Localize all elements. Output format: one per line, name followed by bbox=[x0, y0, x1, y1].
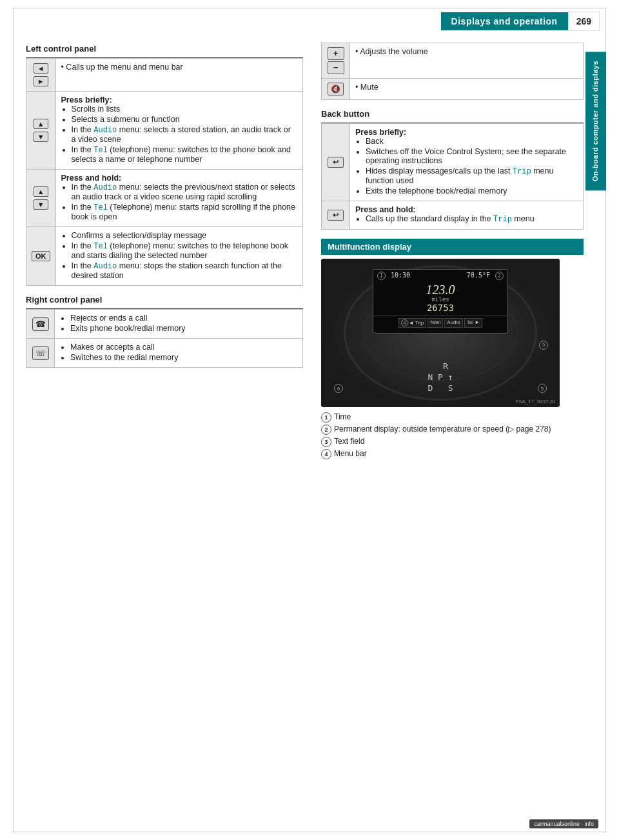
audio-label2: Audio bbox=[93, 183, 117, 192]
marker-5: 5 bbox=[538, 384, 547, 393]
desc-cell-ok: Confirms a selection/display message In … bbox=[55, 227, 303, 286]
audio-label3: Audio bbox=[93, 262, 117, 271]
mfd-menu-bar: 4 ◄ Trip Navi Audio Tel ► bbox=[373, 315, 507, 330]
mfd-time-temp-row: 1 10:30 70.5°F 2 bbox=[373, 270, 507, 282]
trip-label2: Trip bbox=[493, 215, 512, 224]
icon-cell-ok: OK bbox=[26, 227, 56, 286]
icon-cell-phone-end: ☎ bbox=[26, 310, 55, 339]
volume-table: + − • Adjusts the volume 🔇 • Mute bbox=[321, 43, 584, 100]
up-arrow-icon: ▲ bbox=[34, 119, 48, 129]
volume-icons: + − bbox=[327, 47, 344, 74]
mfd-gear-indicator: R N P ↑ D S bbox=[427, 361, 453, 394]
mfd-annotation-4: 4 Menu bar bbox=[321, 449, 584, 459]
table-row: ☎ Rejects or ends a call Exits phone boo… bbox=[26, 310, 303, 339]
mfd-image-caption: FSA_17_9637-31 bbox=[515, 399, 556, 405]
table-row: ▲ ▼ Press briefly: Scrolls in lists Sele… bbox=[26, 92, 303, 170]
right-arrow-icon: ► bbox=[34, 76, 48, 86]
icon-cell-ud-brief: ▲ ▼ bbox=[26, 92, 56, 170]
website-badge: carmanualsonline · info bbox=[529, 819, 598, 828]
list-item: Back bbox=[366, 137, 578, 146]
desc-cell-back-hold: Press and hold: Calls up the standard di… bbox=[350, 201, 584, 230]
marker-2: 2 bbox=[495, 272, 504, 280]
annotation-text-1: Time bbox=[334, 412, 351, 421]
gear-np: N P ↑ bbox=[427, 372, 453, 383]
desc-cell-volume: • Adjusts the volume bbox=[350, 43, 584, 79]
left-arrow-icon: ◄ bbox=[34, 63, 48, 74]
right-column: + − • Adjusts the volume 🔇 • Mute Back b… bbox=[321, 43, 584, 461]
annotation-marker-4: 4 bbox=[321, 449, 331, 459]
mfd-temp-area: 70.5°F 2 bbox=[467, 272, 504, 280]
icon-cell-mute: 🔇 bbox=[322, 79, 350, 100]
list-item: Scrolls in lists bbox=[72, 105, 298, 114]
press-briefly-list: Scrolls in lists Selects a submenu or fu… bbox=[61, 105, 298, 164]
list-item: Calls up the standard display in the Tri… bbox=[366, 214, 578, 224]
mfd-odometer-value: 26753 bbox=[373, 303, 507, 313]
list-item: In the Audio menu: selects a stored stat… bbox=[72, 125, 298, 144]
list-item: Switches to the redial memory bbox=[70, 353, 297, 362]
desc-cell-press-hold: Press and hold: In the Audio menu: selec… bbox=[55, 170, 303, 227]
list-item: Rejects or ends a call bbox=[70, 314, 297, 323]
back-button-heading: Back button bbox=[321, 109, 584, 119]
marker-4: 4 bbox=[401, 319, 408, 326]
page-border-top bbox=[13, 8, 606, 8]
back-hold-icon: ↩ bbox=[328, 210, 344, 221]
list-item: Makes or accepts a call bbox=[70, 343, 297, 352]
mfd-annotation-3: 3 Text field bbox=[321, 437, 584, 447]
list-item: In the Audio menu: selects the previous/… bbox=[72, 183, 298, 201]
mfd-annotation-2: 2 Permanent display: outside temperature… bbox=[321, 425, 584, 435]
arrow-ud-hold-icons: ▲ ▼ bbox=[32, 186, 50, 210]
icon-cell-arrows-lr: ◄ ► bbox=[26, 59, 56, 92]
mfd-circle-1: 1 10:30 bbox=[377, 272, 410, 280]
mfd-temp: 70.5°F bbox=[467, 272, 490, 279]
annotation-text-4: Menu bar bbox=[334, 449, 367, 458]
mfd-image: 1 10:30 70.5°F 2 123.0 miles bbox=[321, 259, 560, 407]
audio-label: Audio bbox=[93, 126, 117, 135]
tel-label: Tel bbox=[93, 146, 108, 155]
phone-end-icon: ☎ bbox=[32, 317, 49, 331]
desc-cell-phone-end: Rejects or ends a call Exits phone book/… bbox=[55, 310, 303, 339]
mfd-menu-tel: Tel ► bbox=[464, 318, 482, 328]
side-tab: On-board computer and displays bbox=[585, 52, 606, 190]
icon-cell-volume: + − bbox=[322, 43, 350, 79]
list-item: Exits phone book/redial memory bbox=[70, 324, 297, 333]
tel-label2: Tel bbox=[93, 203, 108, 212]
gear-d: D S bbox=[427, 383, 453, 394]
right-panel-heading: Right control panel bbox=[26, 295, 303, 305]
table-row: ↩ Press briefly: Back Switches off the V… bbox=[322, 124, 584, 201]
gear-r: R bbox=[427, 361, 453, 372]
mfd-time: 10:30 bbox=[391, 272, 410, 279]
arrow-ud-icons: ▲ ▼ bbox=[32, 118, 50, 143]
list-item: In the Audio menu: stops the station sea… bbox=[72, 261, 298, 280]
mfd-annotation-1: 1 Time bbox=[321, 412, 584, 423]
annotation-marker-1: 1 bbox=[321, 412, 331, 423]
phone-end-list: Rejects or ends a call Exits phone book/… bbox=[60, 314, 297, 333]
left-column: Left control panel ◄ ► • Calls up the me… bbox=[26, 43, 303, 461]
desc-cell-phone-accept: Makes or accepts a call Switches to the … bbox=[55, 339, 303, 368]
header-title-area: Displays and operation 269 bbox=[441, 12, 600, 31]
table-row: ↩ Press and hold: Calls up the standard … bbox=[322, 201, 584, 230]
annotation-text-3: Text field bbox=[334, 437, 364, 446]
table-row: OK Confirms a selection/display message … bbox=[26, 227, 303, 286]
back-press-briefly-label: Press briefly: bbox=[355, 128, 406, 137]
table-row: ☏ Makes or accepts a call Switches to th… bbox=[26, 339, 303, 368]
mfd-menu-trip: 4 ◄ Trip bbox=[398, 318, 426, 328]
mfd-menu-navi: Navi bbox=[427, 318, 443, 328]
arrow-lr-icons: ◄ ► bbox=[32, 63, 50, 87]
trip-label: Trip bbox=[513, 167, 531, 176]
right-control-table: ☎ Rejects or ends a call Exits phone boo… bbox=[26, 309, 303, 368]
main-content: Left control panel ◄ ► • Calls up the me… bbox=[0, 36, 619, 474]
list-item: In the Tel (telephone) menu: switches to… bbox=[72, 145, 298, 164]
press-hold-label: Press and hold: bbox=[61, 174, 122, 183]
mfd-menu-audio: Audio bbox=[444, 318, 462, 328]
mfd-section: Multifunction display 1 10:30 bbox=[321, 239, 584, 459]
desc-cell-mute: • Mute bbox=[350, 79, 584, 100]
vol-minus-icon: − bbox=[328, 61, 344, 74]
back-press-briefly-list: Back Switches off the Voice Control Syst… bbox=[355, 137, 578, 195]
header-title: Displays and operation bbox=[441, 12, 568, 30]
marker-6: 6 bbox=[334, 384, 343, 393]
mfd-miles-value: 123.0 bbox=[373, 283, 507, 296]
table-row: + − • Adjusts the volume bbox=[322, 43, 584, 79]
phone-accept-list: Makes or accepts a call Switches to the … bbox=[60, 343, 297, 362]
annotation-text-2: Permanent display: outside temperature o… bbox=[334, 425, 551, 434]
icon-cell-ud-hold: ▲ ▼ bbox=[26, 170, 56, 227]
